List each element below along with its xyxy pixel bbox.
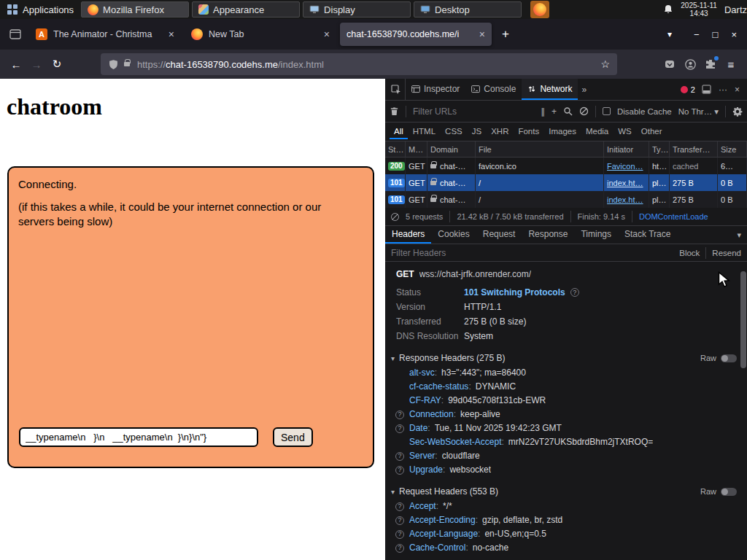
- devtools-close-icon[interactable]: ×: [735, 85, 740, 95]
- taskbar-window-appearance[interactable]: Appearance: [192, 1, 300, 18]
- request-row-websocket[interactable]: 101 GET chat-… / index.ht… pl… 275 B 0 B: [385, 191, 747, 208]
- shield-icon[interactable]: [108, 59, 119, 70]
- close-icon[interactable]: ×: [169, 28, 174, 40]
- help-icon[interactable]: ?: [395, 544, 404, 553]
- block-button[interactable]: Block: [679, 249, 700, 257]
- header-name[interactable]: Connection: [409, 408, 454, 421]
- help-icon[interactable]: ?: [570, 288, 579, 297]
- taskbar-window-display[interactable]: Display: [303, 1, 411, 18]
- header-name[interactable]: Accept: [409, 500, 436, 513]
- filter-button[interactable]: Media: [581, 125, 613, 139]
- column-header[interactable]: St…: [385, 141, 406, 157]
- disable-cache-label[interactable]: Disable Cache: [617, 107, 672, 116]
- detail-tab[interactable]: Cookies: [431, 226, 476, 244]
- bookmark-star-icon[interactable]: ☆: [600, 58, 610, 70]
- tab-inspector[interactable]: Inspector: [406, 79, 465, 100]
- detail-tab[interactable]: Stack Trace: [618, 226, 677, 244]
- help-icon[interactable]: ?: [395, 424, 404, 433]
- header-name[interactable]: Accept-Language: [409, 528, 478, 540]
- header-name[interactable]: Sec-WebSocket-Accept: [409, 436, 502, 448]
- applications-menu[interactable]: Applications: [0, 0, 81, 19]
- header-name[interactable]: cf-cache-status: [409, 381, 468, 393]
- header-name[interactable]: alt-svc: [409, 367, 435, 379]
- tab-new-tab[interactable]: New Tab ×: [185, 23, 336, 46]
- send-button[interactable]: Send: [273, 427, 313, 447]
- filter-button[interactable]: Fonts: [514, 125, 543, 139]
- filter-button[interactable]: CSS: [441, 125, 467, 139]
- detail-tab[interactable]: Request: [476, 226, 522, 244]
- initiator-cell[interactable]: index.ht…: [604, 191, 649, 208]
- filter-button[interactable]: Other: [637, 125, 667, 139]
- response-headers-section-header[interactable]: ▾ Response Headers (275 B) Raw: [385, 350, 747, 366]
- url-bar[interactable]: https://chat-16538790.codehs.me/index.ht…: [101, 53, 617, 75]
- filter-headers-input[interactable]: [391, 248, 679, 258]
- tab-network[interactable]: Network: [522, 79, 578, 100]
- tab-chatroom-active[interactable]: chat-16538790.codehs.me/i ×: [340, 23, 492, 46]
- filter-button[interactable]: All: [390, 125, 408, 139]
- pick-element-button[interactable]: [387, 79, 406, 100]
- header-name[interactable]: Upgrade: [409, 464, 443, 476]
- close-window-button[interactable]: ×: [731, 29, 737, 40]
- initiator-cell[interactable]: index.ht…: [604, 174, 649, 191]
- back-button[interactable]: ←: [6, 54, 26, 74]
- account-icon[interactable]: [680, 54, 700, 74]
- resend-button[interactable]: Resend: [712, 249, 741, 257]
- taskbar-window-firefox[interactable]: Mozilla Firefox: [81, 1, 189, 18]
- help-icon[interactable]: ?: [395, 530, 404, 539]
- help-icon[interactable]: ?: [395, 466, 404, 475]
- tab-animator[interactable]: A The Animator - Christma ×: [29, 23, 181, 46]
- search-icon[interactable]: [563, 106, 573, 116]
- column-header[interactable]: Size: [718, 141, 747, 157]
- header-name[interactable]: Accept-Encoding: [409, 514, 476, 526]
- disable-cache-checkbox[interactable]: [603, 107, 611, 115]
- header-name[interactable]: Cache-Control: [409, 542, 465, 554]
- column-header[interactable]: Domain: [427, 141, 476, 157]
- help-icon[interactable]: ?: [395, 502, 404, 511]
- request-row-websocket-selected[interactable]: 101 GET chat-… / index.ht… pl… 275 B 0 B: [385, 174, 747, 191]
- console-error-badge[interactable]: 2: [677, 85, 699, 94]
- clear-requests-icon[interactable]: [390, 106, 399, 116]
- menu-icon[interactable]: ≡: [721, 54, 741, 74]
- filter-button[interactable]: XHR: [487, 125, 513, 139]
- close-icon[interactable]: ×: [324, 28, 330, 40]
- lock-icon[interactable]: [124, 62, 130, 66]
- initiator-cell[interactable]: Favicon…: [604, 158, 649, 174]
- detail-tab[interactable]: Timings: [574, 226, 618, 244]
- pocket-icon[interactable]: [659, 54, 680, 74]
- message-input[interactable]: [19, 427, 258, 447]
- column-header[interactable]: Transfer…: [670, 141, 718, 157]
- close-icon[interactable]: ×: [479, 28, 485, 40]
- status-value[interactable]: 101 Switching Protocols: [464, 287, 565, 298]
- header-name[interactable]: Server: [409, 450, 435, 462]
- header-name[interactable]: CF-RAY: [409, 394, 441, 407]
- tab-console[interactable]: Console: [465, 79, 522, 100]
- devtools-menu-icon[interactable]: ···: [719, 85, 727, 95]
- list-all-tabs-icon[interactable]: ▾: [667, 29, 672, 39]
- reload-button[interactable]: ↻: [47, 54, 67, 74]
- filter-button[interactable]: WS: [614, 125, 636, 139]
- request-headers-section-header[interactable]: ▾ Request Headers (553 B) Raw: [385, 483, 747, 499]
- throttling-dropdown[interactable]: No Thr… ▾: [678, 106, 719, 117]
- filter-button[interactable]: JS: [468, 125, 486, 139]
- minimize-button[interactable]: −: [694, 29, 700, 40]
- detail-tab[interactable]: Headers: [385, 226, 431, 244]
- column-header[interactable]: Initiator: [604, 141, 649, 157]
- maximize-button[interactable]: □: [713, 29, 719, 40]
- extensions-icon[interactable]: [700, 54, 721, 74]
- column-header[interactable]: M…: [406, 141, 427, 157]
- raw-toggle[interactable]: [721, 354, 737, 362]
- column-header[interactable]: File: [476, 141, 604, 157]
- filter-button[interactable]: Images: [544, 125, 581, 139]
- request-row-favicon[interactable]: 200 GET chat-… favicon.ico Favicon… ht… …: [385, 158, 747, 174]
- filter-button[interactable]: HTML: [409, 125, 440, 139]
- network-settings-gear-icon[interactable]: [732, 106, 743, 117]
- scrollbar-thumb[interactable]: [740, 271, 746, 368]
- block-request-icon[interactable]: [579, 106, 589, 116]
- forward-button[interactable]: →: [26, 54, 47, 74]
- bell-icon[interactable]: [663, 4, 673, 15]
- add-icon[interactable]: +: [551, 106, 557, 117]
- taskbar-window-desktop[interactable]: Desktop: [414, 1, 522, 18]
- column-header[interactable]: Ty…: [649, 141, 670, 157]
- firefox-view-button[interactable]: [4, 23, 26, 45]
- filter-urls-input[interactable]: [413, 106, 534, 117]
